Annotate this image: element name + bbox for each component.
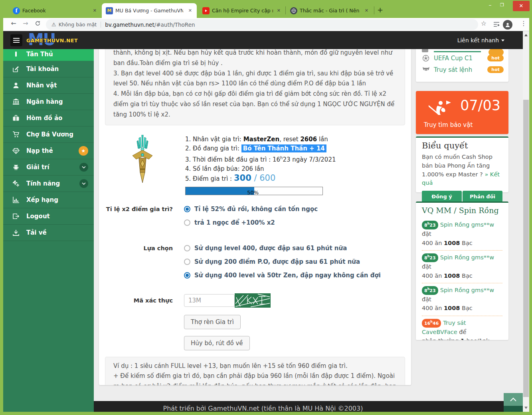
choice-group: Lựa chọn Sử dụng level 400, được đập sau…	[99, 245, 411, 285]
tab-youtube[interactable]: Căn hộ Empire City cập nhật tiến ✕	[198, 3, 285, 18]
radio-icon[interactable]	[184, 259, 190, 265]
feed-link[interactable]: Spin Rồng gms**w	[440, 287, 494, 293]
reload-icon[interactable]	[33, 20, 42, 28]
forward-icon[interactable]: →	[21, 20, 30, 27]
item-detail-list: 1. Nhân vật gia trì: MasterZen, reset 26…	[185, 135, 336, 195]
page-viewport: MU GAMETHUVN.NET Liên kết nhanh Tân Thủ …	[3, 31, 529, 412]
feed-link[interactable]: Spin Rồng gms**w	[440, 254, 494, 261]
radio-icon[interactable]	[184, 272, 190, 279]
quick-links-dropdown[interactable]: Liên kết nhanh	[457, 37, 504, 43]
progress-bar: 50%	[185, 187, 323, 195]
feed-line2: 400 ăn 1008 Bạc	[422, 239, 502, 247]
hot-badge: hot	[487, 55, 504, 61]
radio-option-pay-gem[interactable]: trả 1 ngọc để +100% x2	[184, 219, 318, 226]
back-icon[interactable]: ←	[9, 20, 18, 27]
browser-window: f Facebook ✕ M MU Bá Vương - GamethuVN.n…	[0, 0, 532, 415]
tab-separator	[374, 6, 374, 14]
tab-separator	[285, 6, 286, 14]
chevron-down-icon[interactable]	[79, 163, 88, 172]
feed-link[interactable]: Spin Rồng gms**w	[440, 221, 494, 228]
sidebar-item-ngan-hang[interactable]: Ngân hàng	[3, 94, 94, 110]
feed-line2: nhận thưởng 1 bạc/1pk	[422, 336, 502, 340]
scrollbar-up-arrow-icon[interactable]	[524, 34, 528, 36]
tab-facebook[interactable]: f Facebook ✕	[9, 3, 101, 18]
sidebar-item-logout[interactable]: Logout	[3, 208, 94, 225]
radio-option-po-points[interactable]: Sử dụng 200 điểm P.O, được đập sau 61 ph…	[184, 258, 381, 265]
tab-thac-mac[interactable]: Thắc mắc - Gia trì ( Nên hay khôn ✕	[286, 3, 373, 18]
scrollbar-thumb[interactable]	[523, 100, 529, 397]
radio-icon[interactable]	[184, 206, 190, 212]
sidebar-item-tinh-nang[interactable]: Tính năng	[3, 176, 94, 192]
sidebar-item-tai-ve[interactable]: Tải về	[3, 225, 94, 241]
event-label: Truy tìm bảo vật	[424, 121, 473, 128]
treasure-event-banner[interactable]: 07/03 Truy tìm bảo vật	[416, 91, 508, 134]
feed-text: đặt	[422, 296, 431, 302]
maximize-button[interactable]: ❐	[497, 2, 507, 8]
star-icon: ★	[81, 148, 86, 154]
cancel-withdraw-button[interactable]: Hủy bỏ, rút đồ về	[184, 336, 250, 350]
site-header: MU GAMETHUVN.NET Liên kết nhanh	[3, 31, 523, 49]
address-bar: ← → ⚠ Không bảo mật bv.gamethuvn.net/#au…	[3, 18, 529, 31]
minimize-button[interactable]: –	[485, 2, 495, 8]
radio-option-keep-rate[interactable]: Tỉ lệ 52% đủ rồi, không cần tốn ngọc	[184, 206, 318, 213]
octocat-icon	[422, 67, 430, 73]
captcha-image	[235, 293, 271, 308]
scrollbar-down-arrow-icon[interactable]	[524, 407, 528, 409]
scroll-to-top-button[interactable]	[504, 393, 523, 412]
quick-links-label: Liên kết nhanh	[457, 37, 499, 43]
shopping-cart-icon	[11, 131, 21, 138]
site-logo[interactable]: MU GAMETHUVN.NET	[26, 33, 78, 48]
feed-text: để	[457, 329, 467, 335]
radio-icon[interactable]	[184, 219, 190, 226]
points-current: 300	[234, 173, 251, 183]
radio-option-level-400[interactable]: Sử dụng level 400, được đập sau 61 phút …	[184, 245, 381, 252]
radio-option-level-zen[interactable]: Sử dụng 400 level và 50tr Zen, đập ngay …	[184, 272, 381, 279]
tab-close-icon[interactable]: ✕	[275, 7, 282, 14]
url-field[interactable]: ⚠ Không bảo mật bv.gamethuvn.net/#auth/T…	[46, 19, 478, 30]
page-scrollbar[interactable]	[523, 31, 529, 412]
sidebar-item-nhan-vat[interactable]: Nhân vật	[3, 77, 94, 94]
bookmark-star-icon[interactable]: ☆	[479, 20, 488, 27]
sidebar-item-label: Hòm đồ ảo	[26, 115, 62, 122]
close-window-button[interactable]: ✕	[513, 1, 530, 11]
time-badge: 8h23	[422, 221, 438, 229]
quick-link-truy-sat[interactable]: Truy sát lệnh hot	[416, 64, 508, 75]
submit-forge-button[interactable]: Thợ rèn Gia trì	[184, 315, 241, 329]
clipped-list-item	[416, 49, 508, 52]
edit-icon	[11, 65, 21, 73]
security-label: Không bảo mật	[59, 22, 101, 28]
sidebar-item-giai-tri[interactable]: Giải trí	[3, 159, 94, 176]
sidebar-item-cho-ba-vuong[interactable]: Chợ Bá Vương	[3, 126, 94, 143]
chrome-menu-icon[interactable]: ⋮	[519, 20, 528, 27]
sidebar-item-nap-the[interactable]: Nạp thẻ ★	[3, 143, 94, 159]
sidebar-item-xep-hang[interactable]: Xếp hạng	[3, 192, 94, 208]
clipped-icon	[422, 49, 428, 52]
vote-agree-button[interactable]: Đồng ý	[422, 191, 462, 202]
sidebar-item-hom-do-ao[interactable]: Hòm đồ ảo	[3, 110, 94, 126]
item-line-character: 1. Nhân vật gia trì: MasterZen, reset 26…	[185, 135, 336, 144]
event-date: 07/03	[460, 97, 500, 113]
profile-avatar[interactable]	[503, 20, 512, 30]
media-list-icon[interactable]	[492, 21, 501, 29]
tab-title: MU Bá Vương - GamethuVN.net	[115, 8, 183, 14]
radio-icon[interactable]	[184, 245, 190, 251]
sidebar-item-tan-thu[interactable]: Tân Thủ	[3, 49, 94, 61]
vote-oppose-button[interactable]: Phản đối	[463, 191, 502, 202]
rules-paragraph: thành, không bị xịt. Nếu bạn hủy kết quả…	[113, 49, 397, 69]
sidebar-item-tai-khoan[interactable]: Tài khoản	[3, 61, 94, 77]
tab-close-icon[interactable]: ✕	[91, 7, 98, 14]
hamburger-menu-icon[interactable]	[10, 34, 22, 46]
sidebar-item-label: Ngân hàng	[26, 98, 63, 105]
footer-text: Phát triển bởi GamethuVN.net (tiền thân …	[163, 405, 363, 412]
new-tab-button[interactable]: +	[377, 6, 383, 14]
chevron-down-icon[interactable]	[79, 179, 88, 188]
captcha-input[interactable]	[184, 294, 235, 307]
tab-close-icon[interactable]: ✕	[363, 7, 370, 14]
tab-close-icon[interactable]: ✕	[187, 7, 194, 14]
star-badge: ★	[79, 146, 88, 156]
tab-mu-ba-vuong[interactable]: M MU Bá Vương - GamethuVN.net ✕	[102, 3, 197, 18]
not-secure-warning-icon: ⚠	[51, 22, 56, 28]
x2-rate-label: Tỉ lệ x2 điểm gia trì?	[99, 206, 173, 233]
logout-icon	[11, 213, 21, 220]
time-badge: 8h23	[422, 286, 438, 295]
